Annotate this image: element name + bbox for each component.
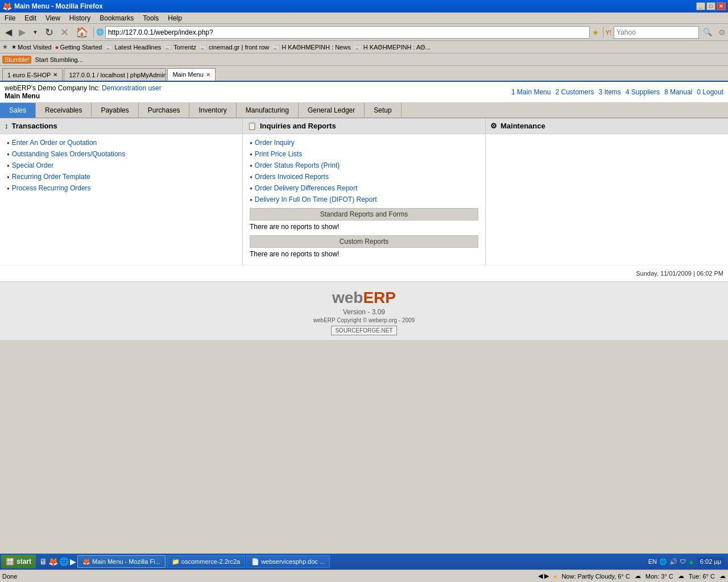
tab-receivables[interactable]: Receivables [36,103,92,118]
link-print-price-lists[interactable]: Print Price Lists [255,150,302,158]
network-icon: 🌐 [659,558,667,566]
maintenance-header: ⚙ Maintenance [486,118,728,134]
tab-mainmenu[interactable]: Main Menu ✕ [167,68,215,81]
link-delivery-differences[interactable]: Order Delivery Differences Report [255,184,358,192]
link-order-status-reports[interactable]: Order Status Reports (Print) [255,161,340,169]
taskbar-webservices[interactable]: 📄 webservicesphp.doc ... [246,555,330,568]
forecast-mon-icon: ☁ [678,572,684,580]
stop-button[interactable]: ✕ [57,26,72,39]
refresh-button[interactable]: ↻ [42,26,56,39]
home-button[interactable]: 🏠 [73,26,91,39]
list-item: ● Print Price Lists [250,150,478,158]
bookmark-torrentz[interactable]: 📰 Torrentz [164,43,196,51]
tab-mainmenu-close[interactable]: ✕ [206,72,210,78]
menu-tools[interactable]: Tools [140,14,161,23]
bullet-icon: ● [250,197,253,202]
sourceforge-button[interactable]: SOURCEFORGE.NET [331,326,396,335]
search-input[interactable] [614,26,699,39]
link-enter-order[interactable]: Enter An Order or Quotation [12,139,97,147]
dropdown-button[interactable]: ▼ [30,26,41,39]
transactions-header: ↕ Transactions [0,118,242,134]
nav-items[interactable]: 3 Items [599,88,621,96]
bookmark-getting-started[interactable]: ● Getting Started [55,44,102,51]
forward-button[interactable]: ▶ [16,26,28,39]
menu-history[interactable]: History [67,14,93,23]
link-outstanding-orders[interactable]: Outstanding Sales Orders/Quotations [12,150,125,158]
tab-purchases[interactable]: Purchases [139,103,190,118]
list-item: ● Enter An Order or Quotation [7,139,235,147]
bookmark-kathimerini-ao[interactable]: 📰 Η ΚΑΘΗΜΕΡΙΝΗ : ΑΘ... [354,43,431,51]
bullet-icon: ● [250,163,253,168]
tab-setup[interactable]: Setup [365,103,401,118]
maintenance-section: ⚙ Maintenance [486,118,728,265]
list-item: ● Special Order [7,161,235,169]
back-button[interactable]: ◀ [2,26,15,39]
search-button[interactable]: 🔍 [700,26,715,39]
tab-sales[interactable]: Sales [0,103,36,118]
start-button[interactable]: 🪟 start [1,555,36,568]
link-difot-report[interactable]: Delivery In Full On Time (DIFOT) Report [255,196,377,203]
tab-inventory[interactable]: Inventory [189,103,236,118]
weberp-header: webERP's Demo Company Inc: Demonstration… [0,82,728,103]
menu-help[interactable]: Help [166,14,184,23]
firefox-taskbar-icon[interactable]: 🦊 [48,557,58,566]
volume-icon: 🔊 [669,558,677,566]
link-process-recurring[interactable]: Process Recurring Orders [12,184,91,192]
kathimerini-news-icon: 📰 [272,43,280,51]
inquiries-icon: 📋 [247,122,257,130]
link-order-inquiry[interactable]: Order Inquiry [255,139,295,147]
close-button[interactable]: ✕ [717,2,726,10]
taskbar-oscommerce[interactable]: 📁 oscommerce-2.2rc2a [167,555,245,568]
list-item: ● Order Inquiry [250,139,478,147]
menu-edit[interactable]: Edit [22,14,39,23]
inquiries-section: 📋 Inquiries and Reports ● Order Inquiry … [243,118,486,265]
bookmark-kathimerini-news[interactable]: 📰 Η ΚΑΘΗΜΕΡΙΝΗ : News [272,43,350,51]
tab-general-ledger[interactable]: General Ledger [299,103,365,118]
bookmark-most-visited[interactable]: ★ Most Visited [11,44,52,51]
menu-view[interactable]: View [43,14,63,23]
bookmark-latest-headlines[interactable]: 📰 Latest Headlines [105,43,161,51]
user-link[interactable]: Demonstration user [102,84,162,92]
tab-payables[interactable]: Payables [92,103,138,118]
brand-erp: ERP [363,289,396,306]
menu-bookmarks[interactable]: Bookmarks [97,14,136,23]
ie-icon[interactable]: 🌐 [59,557,69,566]
media-icon[interactable]: ▶ [70,557,76,566]
link-recurring-template[interactable]: Recurring Order Template [12,173,90,181]
taskbar-webservices-icon: 📄 [251,558,259,566]
maintenance-content [486,134,728,143]
settings-icon[interactable]: ⚙ [718,28,726,37]
nav-logout[interactable]: 0 Logout [697,88,723,96]
address-input[interactable] [105,26,590,39]
bullet-icon: ● [7,174,10,180]
bookmarks-icon: ★ [2,43,8,51]
stumble-label: Start Stumbling... [35,56,82,63]
nav-customers[interactable]: 2 Customers [555,88,594,96]
maximize-button[interactable]: □ [706,2,715,10]
windows-icon: 🪟 [6,558,14,566]
custom-reports-msg: There are no reports to show! [250,250,478,258]
menu-file[interactable]: File [2,14,18,23]
link-special-order[interactable]: Special Order [12,161,53,169]
tab-eshop-close[interactable]: ✕ [53,72,57,78]
standard-reports-msg: There are no reports to show! [250,223,478,231]
tab-phpmyadmin[interactable]: 127.0.0.1 / localhost | phpMyAdmin 2....… [64,68,166,81]
stumble-button[interactable]: Stumble! [2,56,31,64]
nav-suppliers[interactable]: 4 Suppliers [626,88,660,96]
tab-eshop[interactable]: 1 euro E-SHOP ✕ [2,68,63,81]
tab-manufacturing[interactable]: Manufacturing [237,103,299,118]
forecast-mon: Mon: 3° C [646,573,673,580]
nav-manual[interactable]: 8 Manual [664,88,692,96]
star-icon[interactable]: ★ [592,28,599,37]
bullet-icon: ● [7,152,10,157]
taskbar-firefox[interactable]: 🦊 Main Menu - Mozilla Fi... [77,555,166,568]
forecast-tue-icon: ☁ [719,572,726,580]
bookmark-cinemad[interactable]: 📰 cinemad.gr | front row [200,43,269,51]
browser-content: webERP's Demo Company Inc: Demonstration… [0,81,728,340]
minimize-button[interactable]: _ [696,2,705,10]
standard-reports-header: Standard Reports and Forms [250,208,478,221]
weberp-footer: webERP Version - 3.09 webERP Copyright ©… [0,281,728,340]
show-desktop-icon[interactable]: 🖥 [39,557,47,566]
link-orders-invoiced[interactable]: Orders Invoiced Reports [255,173,329,181]
nav-main-menu[interactable]: 1 Main Menu [511,88,551,96]
